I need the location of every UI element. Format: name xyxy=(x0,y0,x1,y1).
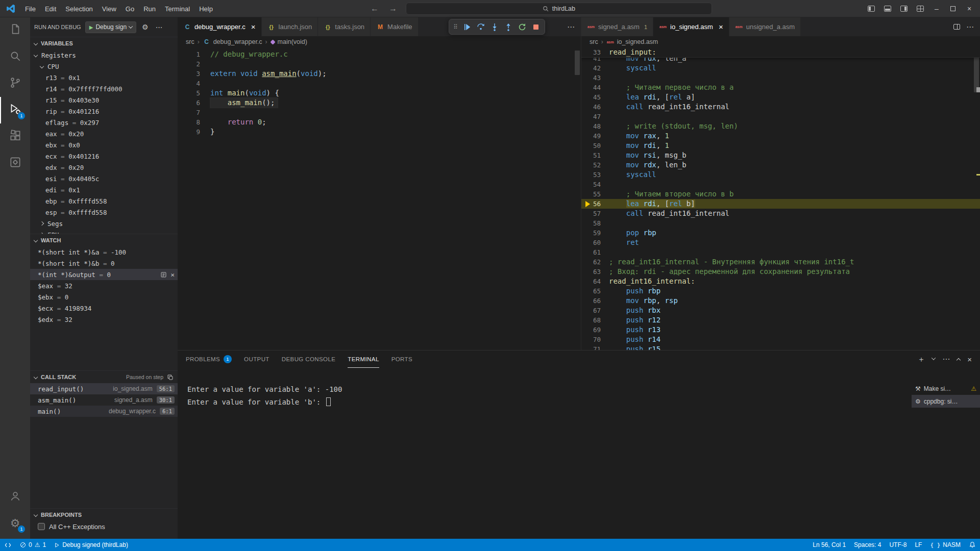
activitybar-item-accounts[interactable] xyxy=(0,484,30,510)
split-editor-icon[interactable] xyxy=(953,24,960,30)
gutter-line-number[interactable]: 66 xyxy=(581,296,605,306)
view-value-icon[interactable] xyxy=(160,271,167,278)
panel-tab-problems[interactable]: PROBLEMS1 xyxy=(186,350,232,368)
menu-run[interactable]: Run xyxy=(139,4,160,14)
gutter-line-number[interactable]: 9 xyxy=(178,127,210,137)
gutter-line-number[interactable]: 71 xyxy=(581,344,605,350)
tree-item-fpu[interactable]: FPU xyxy=(30,229,178,234)
tab-launch.json[interactable]: {}launch.json xyxy=(262,17,318,36)
variable-row[interactable]: rip = 0x401216 xyxy=(30,106,178,117)
code-editor-right[interactable]: 33read_input: 41 mov rdx, len_a42 syscal… xyxy=(581,47,980,350)
terminal-list-item[interactable]: ⚙cppdbg: si… xyxy=(912,395,980,408)
gutter-line-number[interactable]: 43 xyxy=(581,73,605,83)
gutter-line-number[interactable]: 68 xyxy=(581,315,605,325)
close-button[interactable]: × xyxy=(962,2,977,15)
variable-row[interactable]: ecx = 0x401216 xyxy=(30,151,178,162)
gutter-line-number[interactable]: 8 xyxy=(178,117,210,127)
gutter-line-number[interactable]: 45 xyxy=(581,92,605,102)
gutter-line-number[interactable]: 56 xyxy=(581,199,605,209)
gutter-line-number[interactable]: 64 xyxy=(581,277,605,286)
variable-row[interactable]: r14 = 0x7ffff7ffd000 xyxy=(30,83,178,94)
command-center-search[interactable]: thirdLab xyxy=(406,3,712,15)
gutter-line-number[interactable]: 62 xyxy=(581,257,605,267)
activitybar-item-tools[interactable] xyxy=(0,150,30,177)
panel-tab-ports[interactable]: PORTS xyxy=(391,350,412,368)
debug-status[interactable]: Debug signed (thirdLab) xyxy=(50,539,132,551)
gutter-line-number[interactable]: 4 xyxy=(178,79,210,88)
gutter-line-number[interactable]: 52 xyxy=(581,160,605,170)
variable-row[interactable]: edx = 0x20 xyxy=(30,162,178,173)
copy-call-stack-icon[interactable] xyxy=(167,374,174,381)
gutter-line-number[interactable]: 57 xyxy=(581,209,605,218)
debug-step-into-button[interactable] xyxy=(488,21,501,33)
gutter-line-number[interactable]: 70 xyxy=(581,335,605,344)
notifications-bell[interactable] xyxy=(965,539,980,551)
variable-row[interactable]: eflags = 0x297 xyxy=(30,117,178,128)
variable-row[interactable]: r15 = 0x403e30 xyxy=(30,94,178,106)
debug-step-over-button[interactable] xyxy=(475,21,487,33)
variables-header[interactable]: VARIABLES xyxy=(30,37,178,49)
gutter-line-number[interactable]: 2 xyxy=(178,59,210,69)
gutter-line-number[interactable]: 61 xyxy=(581,247,605,257)
gutter-line-number[interactable]: 1 xyxy=(178,49,210,59)
activitybar-item-extensions[interactable] xyxy=(0,123,30,150)
scrollbar[interactable] xyxy=(973,47,980,350)
maximize-panel-icon[interactable] xyxy=(957,358,961,362)
go-back-icon[interactable]: ← xyxy=(369,4,380,13)
stack-frame-row[interactable]: main()debug_wrapper.c6:1 xyxy=(30,406,178,417)
gutter-line-number[interactable]: 51 xyxy=(581,151,605,160)
panel-more-actions-icon[interactable]: ⋯ xyxy=(942,355,950,364)
gutter-line-number[interactable]: 3 xyxy=(178,69,210,79)
panel-tab-terminal[interactable]: TERMINAL xyxy=(348,350,379,368)
sticky-scroll-line[interactable]: 33read_input: xyxy=(581,47,980,58)
gutter-line-number[interactable]: 5 xyxy=(178,88,210,98)
breadcrumb-item[interactable]: src xyxy=(590,38,598,45)
watch-row[interactable]: *(short int *)&a = -100 xyxy=(30,246,178,258)
variable-row[interactable]: ebx = 0x0 xyxy=(30,139,178,151)
gutter-line-number[interactable]: 59 xyxy=(581,228,605,238)
tree-item-segs[interactable]: Segs xyxy=(30,218,178,229)
gutter-line-number[interactable]: 69 xyxy=(581,325,605,335)
breadcrumb-item[interactable]: main(void) xyxy=(271,38,307,45)
gutter-line-number[interactable]: 48 xyxy=(581,121,605,131)
restore-button[interactable] xyxy=(945,2,961,15)
tree-item-cpu[interactable]: CPU xyxy=(30,61,178,72)
tree-item-registers[interactable]: Registers xyxy=(30,49,178,61)
drag-handle-icon[interactable]: ⠿ xyxy=(452,23,459,31)
gutter-line-number[interactable]: 63 xyxy=(581,267,605,277)
toggle-secondary-sidebar-icon[interactable] xyxy=(896,2,912,15)
variable-row[interactable]: edi = 0x1 xyxy=(30,184,178,195)
gutter-line-number[interactable]: 33 xyxy=(581,47,605,57)
activitybar-item-manage[interactable]: ⚙1 xyxy=(0,510,30,537)
panel-tab-output[interactable]: OUTPUT xyxy=(244,350,270,368)
terminal-profile-chevron-icon[interactable] xyxy=(932,356,936,360)
watch-row[interactable]: *(short int *)&b = 0 xyxy=(30,258,178,269)
customize-layout-icon[interactable] xyxy=(913,2,928,15)
gutter-line-number[interactable]: 54 xyxy=(581,180,605,189)
scrollbar[interactable] xyxy=(574,47,581,350)
callstack-header[interactable]: CALL STACK Paused on step xyxy=(30,371,178,383)
breadcrumb-item[interactable]: Cdebug_wrapper.c xyxy=(203,38,262,45)
checkbox-unchecked[interactable] xyxy=(38,523,45,530)
watch-row[interactable]: $eax = 32 xyxy=(30,280,178,291)
gutter-line-number[interactable]: 55 xyxy=(581,189,605,199)
menu-view[interactable]: View xyxy=(97,4,121,14)
gutter-line-number[interactable]: 67 xyxy=(581,306,605,315)
activitybar-item-search[interactable] xyxy=(0,44,30,70)
tab-tasks.json[interactable]: {}tasks.json xyxy=(318,17,371,36)
menu-help[interactable]: Help xyxy=(194,4,217,14)
toggle-sidebar-icon[interactable] xyxy=(864,2,879,15)
tab-signed_a.asm[interactable]: asmsigned_a.asm1 xyxy=(581,17,653,36)
breakpoints-header[interactable]: BREAKPOINTS xyxy=(30,509,178,521)
debug-continue-button[interactable] xyxy=(461,21,473,33)
eol-sequence[interactable]: LF xyxy=(911,539,926,551)
menu-file[interactable]: File xyxy=(20,4,40,14)
breadcrumb-item[interactable]: src xyxy=(186,38,194,45)
encoding[interactable]: UTF-8 xyxy=(885,539,911,551)
gutter-line-number[interactable]: 49 xyxy=(581,131,605,141)
toggle-panel-icon[interactable] xyxy=(880,2,895,15)
tab-debug_wrapper.c[interactable]: Cdebug_wrapper.c× xyxy=(178,17,262,36)
breakpoint-row[interactable]: All C++ Exceptions xyxy=(30,521,178,532)
stack-frame-row[interactable]: read_input()io_signed.asm56:1 xyxy=(30,383,178,394)
remove-watch-icon[interactable]: × xyxy=(170,271,175,279)
